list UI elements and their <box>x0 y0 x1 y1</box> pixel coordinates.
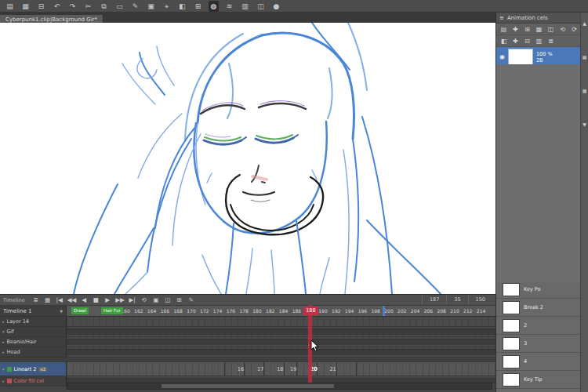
timeline-control-8[interactable]: ▶| <box>129 296 136 304</box>
panel-icon-2-0[interactable]: ◧ <box>499 38 508 45</box>
frame-number-202[interactable]: 202 <box>396 308 408 314</box>
timeline-control-6[interactable]: ▶ <box>103 296 111 304</box>
cel-duration-bar[interactable] <box>67 328 495 335</box>
expand-caret-icon[interactable]: ▸ <box>2 350 5 354</box>
panel-icon-1-4[interactable]: ◫ <box>546 26 555 33</box>
panel-icon-2-4[interactable]: ≣ <box>546 38 555 45</box>
timeline-control-5[interactable]: ■ <box>92 296 100 304</box>
timeline-control-4[interactable]: ◀ <box>80 296 88 304</box>
expand-caret-icon[interactable]: ▸ <box>2 319 5 324</box>
panel-icon-1-6[interactable]: ⟳ <box>570 26 579 33</box>
toolbar-icon-3[interactable]: ↶ <box>52 1 62 12</box>
cel-item-3[interactable]: 3 <box>496 335 581 353</box>
toolbar-icon-6[interactable]: ⧉ <box>99 1 109 12</box>
panel-icon-1-2[interactable]: ⊞ <box>523 26 532 33</box>
track-name[interactable]: ▸Head <box>0 347 67 357</box>
panel-icon-1-0[interactable]: ▤ <box>499 26 508 33</box>
frame-number-174[interactable]: 174 <box>212 308 224 314</box>
frame-number-182[interactable]: 182 <box>264 308 277 314</box>
expand-caret-icon[interactable]: ▸ <box>2 379 5 383</box>
frame-ruler[interactable]: 1601621641661681701721741761781801821841… <box>67 306 495 317</box>
timeline-control-10[interactable]: ▣ <box>152 296 160 304</box>
panel-icon-2-1[interactable]: ✚ <box>511 38 520 45</box>
marker-badge-drawi[interactable]: Drawi <box>71 307 89 314</box>
frame-number-214[interactable]: 214 <box>475 308 488 314</box>
frame-number-206[interactable]: 206 <box>422 308 434 314</box>
track-lane[interactable] <box>67 327 495 336</box>
strip-icon-1[interactable]: ▦ <box>583 54 587 60</box>
panel-icon-1-1[interactable]: ✚ <box>511 26 520 33</box>
toolbar-icon-13[interactable]: ◍ <box>209 1 219 12</box>
expand-caret-icon[interactable]: ▾ <box>2 367 5 372</box>
frame-number-208[interactable]: 208 <box>435 308 448 314</box>
cel-number-19[interactable]: 19 <box>290 366 296 372</box>
frame-number-172[interactable]: 172 <box>198 308 211 314</box>
track-name[interactable]: ▸Beanie/Hair <box>0 337 67 347</box>
track-lane[interactable] <box>67 337 495 347</box>
frame-number-166[interactable]: 166 <box>158 308 171 314</box>
timeline-control-7[interactable]: ▶▶ <box>115 296 125 304</box>
cel-item-key-tip[interactable]: Key Tip <box>496 371 581 389</box>
timeline-control-0[interactable]: ≣ <box>32 296 40 304</box>
toolbar-icon-9[interactable]: ▣ <box>146 1 156 12</box>
expand-caret-icon[interactable]: ▾ <box>2 329 5 334</box>
timeline-control-3[interactable]: ◀◀ <box>67 296 77 304</box>
frame-number-170[interactable]: 170 <box>185 308 198 314</box>
toolbar-icon-8[interactable]: ✎ <box>130 1 140 12</box>
track-name[interactable]: ▾Lineart 2v2 <box>0 362 67 376</box>
frame-number-194[interactable]: 194 <box>343 308 356 314</box>
visibility-eye-icon[interactable]: ◉ <box>499 53 505 60</box>
track-row-layer-14[interactable]: ▸Layer 14 <box>0 317 495 327</box>
track-row-gif[interactable]: ▾Gif <box>0 327 495 337</box>
frame-number-164[interactable]: 164 <box>146 308 158 314</box>
toolbar-icon-12[interactable]: ⊞ <box>193 1 203 12</box>
toolbar-icon-5[interactable]: ✂ <box>83 1 93 12</box>
frame-number-178[interactable]: 178 <box>238 308 250 314</box>
toolbar-icon-11[interactable]: ◧ <box>177 1 187 12</box>
timeline-tab-label[interactable]: Timeline <box>3 297 25 303</box>
track-lane[interactable]: 161718192021 <box>67 362 495 376</box>
toolbar-icon-2[interactable]: ⊟ <box>36 1 46 12</box>
cel-item-2[interactable]: 2 <box>496 317 581 335</box>
cel-item-key-po[interactable]: Key Po <box>496 281 581 299</box>
track-row-lineart-2[interactable]: ▾Lineart 2v2161718192021 <box>0 362 495 376</box>
track-name[interactable]: ▾Gif <box>0 327 67 336</box>
frame-number-210[interactable]: 210 <box>448 308 461 314</box>
frame-number-176[interactable]: 176 <box>224 308 237 314</box>
frame-number-168[interactable]: 168 <box>172 308 184 314</box>
playhead-frame-label[interactable]: 188 <box>303 307 318 315</box>
track-row-beanie-hair[interactable]: ▸Beanie/Hair <box>0 337 495 347</box>
toolbar-icon-17[interactable]: ● <box>271 1 281 12</box>
timeline-control-13[interactable]: ✎ <box>187 296 195 304</box>
cel-number-21[interactable]: 21 <box>329 366 336 372</box>
toolbar-icon-4[interactable]: ↷ <box>67 1 78 12</box>
track-name[interactable]: ▸Layer 14 <box>0 317 67 326</box>
toolbar-icon-0[interactable]: ▤ <box>5 1 15 12</box>
frame-number-192[interactable]: 192 <box>330 308 343 314</box>
toolbar-icon-7[interactable]: ▭ <box>114 1 125 12</box>
timeline-name-dropdown[interactable]: Timeline 1 ▼ <box>0 306 67 317</box>
timeline-control-11[interactable]: ◫ <box>164 296 172 304</box>
cel-item-break-2[interactable]: Break 2 <box>496 299 581 317</box>
strip-icon-2[interactable]: ▩ <box>583 88 587 93</box>
panel-icon-1-5[interactable]: ⟲ <box>558 26 567 33</box>
strip-icon-3[interactable]: ▼ <box>583 122 586 127</box>
track-lane[interactable] <box>67 317 495 326</box>
frame-number-180[interactable]: 180 <box>251 308 263 314</box>
panel-icon-1-3[interactable]: ▦ <box>535 26 543 33</box>
panel-icon-2-2[interactable]: ⊟ <box>523 38 532 45</box>
cel-duration-bar[interactable] <box>67 349 495 355</box>
toolbar-icon-16[interactable]: ◫ <box>256 1 266 12</box>
frame-number-196[interactable]: 196 <box>356 308 368 314</box>
range-end-marker[interactable] <box>383 306 385 317</box>
frame-number-198[interactable]: 198 <box>369 308 382 314</box>
timeline-control-1[interactable]: ▦ <box>44 296 52 304</box>
expand-caret-icon[interactable]: ▸ <box>2 339 5 344</box>
cel-number-17[interactable]: 17 <box>257 366 263 372</box>
toolbar-icon-1[interactable]: ▦ <box>20 1 31 12</box>
track-lane[interactable] <box>67 347 495 357</box>
timeline-control-9[interactable]: ⟲ <box>140 296 148 304</box>
strip-icon-0[interactable]: ▲ <box>583 20 586 26</box>
frame-number-212[interactable]: 212 <box>462 308 474 314</box>
cel-number-16[interactable]: 16 <box>238 366 244 372</box>
